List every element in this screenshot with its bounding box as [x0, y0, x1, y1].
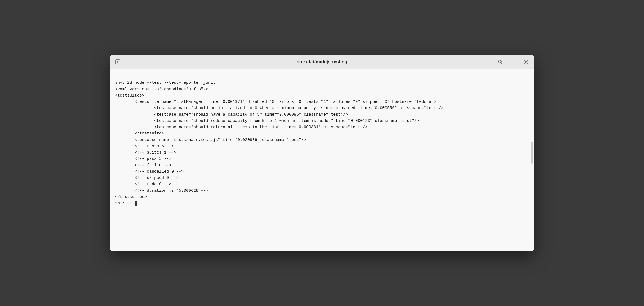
testcase-2: <testcase name="should have a capacity o… — [115, 112, 348, 117]
testcase-1: <testcase name="should be initialized to… — [115, 106, 443, 110]
testsuite-close: </testsuite> — [115, 131, 164, 136]
prompt-line: sh-5.2$ — [115, 201, 137, 206]
testsuites-open: <testsuites> — [115, 93, 144, 98]
testcase-4: <testcase name="should return all items … — [115, 125, 367, 130]
comment-suites: <!-- suites 1 --> — [115, 150, 176, 155]
search-button[interactable] — [496, 58, 504, 66]
titlebar: sh ~/d/d/nodejs-testing — [110, 55, 534, 69]
xml-declaration: <?xml version="1.0" encoding="utf-8"?> — [115, 87, 208, 92]
svg-line-4 — [501, 62, 502, 64]
comment-cancelled: <!-- cancelled 0 --> — [115, 169, 184, 174]
terminal-output: sh-5.2$ node --test --test-reporter juni… — [115, 73, 529, 213]
comment-duration: <!-- duration_ms 45.000628 --> — [115, 188, 208, 193]
comment-fail: <!-- fail 0 --> — [115, 163, 171, 168]
titlebar-right — [496, 58, 530, 66]
testcase-3: <testcase name="should reduce capacity f… — [115, 119, 419, 123]
cursor — [135, 201, 137, 206]
terminal-body[interactable]: sh-5.2$ node --test --test-reporter juni… — [110, 69, 534, 251]
new-tab-icon[interactable] — [114, 58, 121, 66]
menu-button[interactable] — [509, 58, 517, 66]
comment-pass: <!-- pass 5 --> — [115, 157, 171, 161]
titlebar-left — [114, 58, 121, 66]
comment-skipped: <!-- skipped 0 --> — [115, 176, 179, 180]
window-title: sh ~/d/d/nodejs-testing — [297, 59, 347, 65]
close-button[interactable] — [523, 58, 530, 66]
comment-tests: <!-- tests 5 --> — [115, 144, 174, 149]
testsuites-close: </testsuites> — [115, 195, 147, 199]
testcase-main: <testcase name="tests/main.test.js" time… — [115, 138, 306, 142]
command-line: sh-5.2$ node --test --test-reporter juni… — [115, 80, 215, 85]
testsuite-tag: <testsuite name="ListManager" time="0.00… — [115, 100, 436, 104]
terminal-window: sh ~/d/d/nodejs-testing — [110, 55, 534, 251]
scrollbar[interactable] — [531, 142, 533, 164]
comment-todo: <!-- todo 0 --> — [115, 182, 171, 187]
